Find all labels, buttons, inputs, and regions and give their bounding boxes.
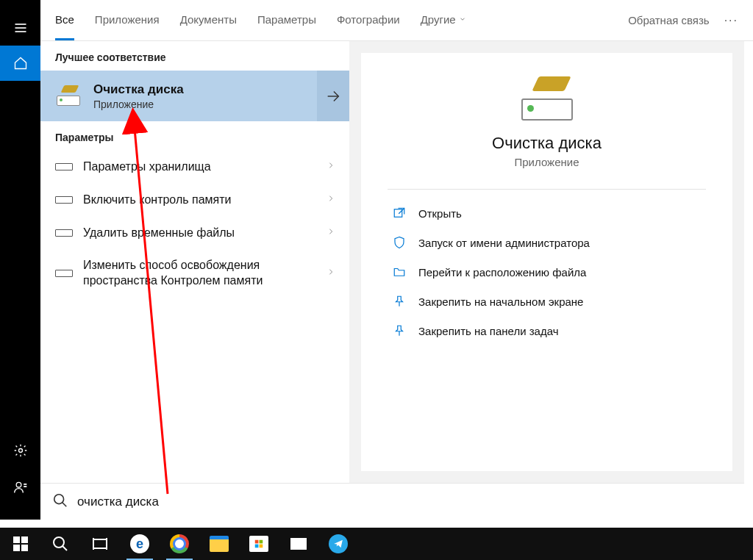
left-rail — [0, 0, 40, 520]
action-pin-start[interactable]: Закрепить на начальном экране — [388, 287, 706, 316]
svg-point-7 — [54, 494, 64, 503]
svg-rect-15 — [93, 539, 107, 548]
tab-settings[interactable]: Параметры — [257, 0, 316, 40]
tab-all[interactable]: Все — [55, 0, 74, 40]
svg-rect-18 — [255, 540, 259, 544]
setting-storage[interactable]: Параметры хранилища — [40, 151, 349, 184]
action-file-location[interactable]: Перейти к расположению файла — [388, 257, 706, 287]
folder-icon — [392, 265, 407, 279]
taskbar-telegram[interactable] — [321, 528, 356, 560]
svg-rect-10 — [21, 536, 28, 543]
svg-rect-20 — [255, 545, 259, 548]
chevron-right-icon — [327, 193, 335, 207]
store-icon — [249, 536, 268, 552]
chevron-right-icon — [327, 226, 335, 240]
storage-icon — [55, 163, 73, 170]
svg-rect-11 — [13, 545, 20, 551]
tab-apps[interactable]: Приложения — [95, 0, 160, 40]
mail-icon — [290, 535, 307, 553]
action-run-admin[interactable]: Запуск от имени администратора — [388, 228, 706, 257]
svg-rect-6 — [394, 209, 402, 218]
more-options-button[interactable]: ··· — [724, 14, 738, 27]
results-column: Лучшее соответствие Очистка диска Прилож… — [40, 41, 349, 483]
tab-documents[interactable]: Документы — [180, 0, 237, 40]
account-button[interactable] — [0, 470, 40, 505]
tab-more[interactable]: Другие — [421, 0, 466, 40]
search-body: Лучшее соответствие Очистка диска Прилож… — [40, 41, 744, 483]
pin-icon — [392, 294, 407, 309]
best-match-subtitle: Приложение — [93, 98, 184, 110]
taskbar-edge[interactable]: e — [122, 528, 157, 560]
search-icon — [52, 492, 68, 511]
taskbar-search-button[interactable] — [43, 528, 78, 560]
best-match-header: Лучшее соответствие — [40, 41, 349, 71]
start-button[interactable] — [3, 528, 38, 560]
action-open[interactable]: Открыть — [388, 198, 706, 228]
settings-button[interactable] — [0, 433, 40, 468]
disk-cleanup-icon — [516, 76, 578, 121]
search-row — [40, 483, 744, 520]
taskbar-mail[interactable] — [281, 528, 316, 560]
task-view-button[interactable] — [82, 528, 118, 560]
preview-subtitle: Приложение — [515, 156, 579, 168]
preview-title: Очистка диска — [492, 134, 602, 153]
chrome-icon — [170, 534, 189, 553]
chevron-down-icon — [459, 15, 466, 23]
disk-cleanup-icon — [55, 87, 82, 106]
taskbar: e — [0, 528, 753, 560]
storage-icon — [55, 196, 73, 204]
chevron-right-icon — [327, 159, 335, 174]
expand-result-button[interactable] — [317, 71, 349, 121]
storage-icon — [55, 270, 73, 277]
svg-rect-12 — [21, 545, 28, 551]
separator — [388, 189, 706, 190]
svg-point-4 — [16, 482, 21, 487]
search-header: Все Приложения Документы Параметры Фотог… — [40, 0, 753, 41]
best-match-title: Очистка диска — [93, 82, 184, 97]
best-match-result[interactable]: Очистка диска Приложение — [40, 71, 349, 121]
taskbar-explorer[interactable] — [201, 528, 237, 560]
shield-icon — [392, 235, 407, 250]
feedback-link[interactable]: Обратная связь — [628, 14, 710, 26]
search-input[interactable] — [77, 495, 732, 509]
svg-rect-19 — [260, 540, 263, 544]
taskbar-chrome[interactable] — [162, 528, 197, 560]
setting-free-space[interactable]: Изменить способ освобождения пространств… — [40, 249, 349, 298]
action-pin-taskbar[interactable]: Закрепить на панели задач — [388, 316, 706, 345]
hamburger-button[interactable] — [0, 10, 40, 46]
setting-memory-control[interactable]: Включить контроль памяти — [40, 184, 349, 217]
tab-more-label: Другие — [421, 13, 456, 26]
open-icon — [392, 206, 407, 220]
svg-point-3 — [18, 449, 22, 453]
settings-header: Параметры — [40, 121, 349, 151]
setting-delete-temp[interactable]: Удалить временные файлы — [40, 217, 349, 250]
svg-rect-21 — [260, 545, 263, 548]
taskbar-store[interactable] — [241, 528, 276, 560]
storage-icon — [55, 229, 73, 237]
svg-line-14 — [63, 546, 67, 550]
home-button[interactable] — [0, 46, 40, 81]
filter-tabs: Все Приложения Документы Параметры Фотог… — [55, 0, 466, 40]
svg-line-8 — [63, 502, 67, 506]
telegram-icon — [329, 534, 348, 553]
svg-rect-9 — [13, 536, 20, 543]
pin-icon — [392, 323, 407, 338]
tab-photos[interactable]: Фотографии — [337, 0, 400, 40]
chevron-right-icon — [327, 266, 335, 281]
edge-icon: e — [130, 534, 149, 553]
file-explorer-icon — [210, 536, 229, 552]
svg-point-13 — [54, 537, 64, 548]
preview-panel: Очистка диска Приложение Открыть Запуск … — [361, 53, 732, 471]
